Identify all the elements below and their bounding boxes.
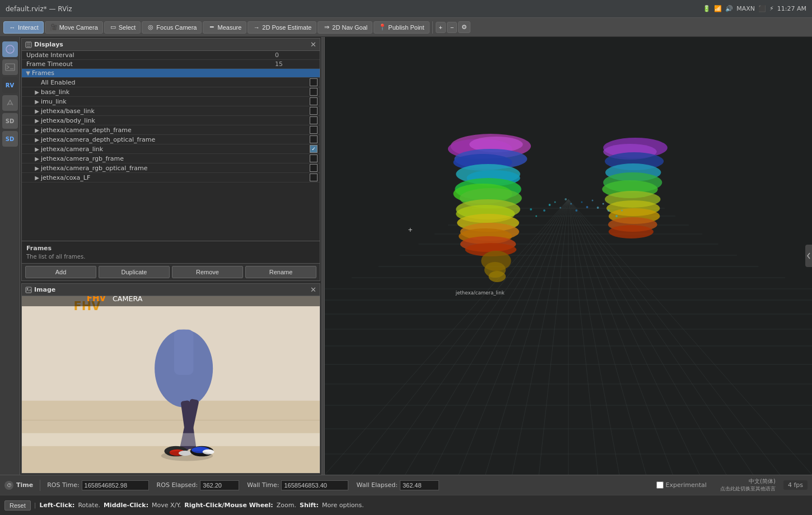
interact-icon: ↔ <box>8 24 16 31</box>
move-camera-button[interactable]: 🎥 Move Camera <box>45 21 103 34</box>
measure-button[interactable]: ━ Measure <box>203 21 246 34</box>
tree-row-imu-link[interactable]: ▶ imu_link <box>22 97 320 106</box>
experimental-checkbox[interactable] <box>656 481 664 489</box>
system-icons: 🔋 📶 🔊 MAXN ⬛ ⚡ 11:27 AM <box>703 5 806 12</box>
jethexa-body-toggle: ▶ <box>33 118 41 124</box>
cursor-pos: + <box>408 226 413 233</box>
svg-point-105 <box>597 207 599 209</box>
camera-rgb-checkbox[interactable] <box>310 154 318 162</box>
plus-button[interactable]: + <box>436 22 446 33</box>
jethexa-body-checkbox[interactable] <box>310 116 318 124</box>
minus-button[interactable]: − <box>447 22 457 33</box>
toolbar-separator <box>432 21 433 34</box>
svg-rect-21 <box>22 433 320 446</box>
publish-point-button[interactable]: 📍 Publish Point <box>374 21 429 34</box>
imu-link-checkbox[interactable] <box>310 97 318 105</box>
left-panel: Displays ✕ Update Interval 0 Frame Timeo… <box>20 37 321 475</box>
displays-panel: Displays ✕ Update Interval 0 Frame Timeo… <box>21 38 320 281</box>
add-button[interactable]: Add <box>25 266 96 278</box>
svg-rect-22 <box>22 296 320 306</box>
sidebar-icon-tools[interactable] <box>2 95 18 111</box>
window-title: default.rviz* — RViz <box>6 5 703 13</box>
focus-camera-button[interactable]: ◎ Focus Camera <box>142 21 202 34</box>
imu-link-toggle: ▶ <box>33 99 41 105</box>
camera-image: FHV <box>22 296 320 473</box>
image-panel-close[interactable]: ✕ <box>310 285 316 294</box>
svg-point-103 <box>586 206 589 208</box>
sidebar-icon-rviz[interactable] <box>2 41 18 57</box>
svg-point-107 <box>608 209 610 212</box>
prop-frame-timeout: Frame Timeout 15 <box>22 60 320 69</box>
tree-row-all-enabled[interactable]: All Enabled <box>22 78 320 87</box>
middle-click-desc: Move X/Y. <box>152 502 181 509</box>
time-section: ⏱ Time <box>4 481 33 490</box>
displays-panel-icon <box>25 41 32 48</box>
time-icon: ⏱ <box>4 481 13 490</box>
sidebar-icon-sd[interactable]: SD <box>2 113 18 129</box>
sidebar-icon-rviz2[interactable]: RV <box>2 77 18 93</box>
reset-button[interactable]: Reset <box>4 500 31 511</box>
viewport-background: jethexa/camera_link <box>325 37 812 475</box>
bluetooth-icon: ⬛ <box>758 5 766 12</box>
tree-row-base-link[interactable]: ▶ base_link <box>22 87 320 97</box>
ros-elapsed-field[interactable] <box>200 480 239 490</box>
wall-elapsed-field[interactable] <box>400 480 439 490</box>
tree-row-camera-rgb[interactable]: ▶ jethexa/camera_rgb_frame <box>22 154 320 163</box>
image-content: FHV <box>22 296 320 473</box>
tree-row-coxa-lf[interactable]: ▶ jethexa/coxa_LF <box>22 173 320 182</box>
image-panel: Image ✕ FHV <box>21 283 320 474</box>
settings-button[interactable]: ⚙ <box>458 21 470 33</box>
statusbar: ⏱ Time ROS Time: ROS Elapsed: Wall Time:… <box>0 475 812 495</box>
viewport-collapse-btn[interactable] <box>805 245 812 267</box>
svg-point-100 <box>570 203 572 205</box>
frames-row[interactable]: ▼ Frames <box>22 69 320 78</box>
base-link-checkbox[interactable] <box>310 88 318 96</box>
svg-point-109 <box>530 208 532 210</box>
ros-time-field[interactable] <box>82 480 149 490</box>
rename-button[interactable]: Rename <box>245 266 316 278</box>
svg-rect-1 <box>6 64 15 71</box>
toolbar: ↔ Interact 🎥 Move Camera ▭ Select ◎ Focu… <box>0 18 812 37</box>
duplicate-button[interactable]: Duplicate <box>99 266 170 278</box>
svg-point-4 <box>27 288 29 289</box>
camera-link-checkbox[interactable]: ✓ <box>310 145 318 153</box>
tree-row-jethexa-body[interactable]: ▶ jethexa/body_link <box>22 116 320 125</box>
wall-time-field[interactable] <box>281 480 348 490</box>
shift-desc: More options. <box>322 502 364 509</box>
svg-point-108 <box>535 216 537 217</box>
pose-estimate-button[interactable]: → 2D Pose Estimate <box>248 21 316 34</box>
svg-point-94 <box>609 225 654 238</box>
tree-row-jethexa-base[interactable]: ▶ jethexa/base_link <box>22 106 320 116</box>
nav-goal-button[interactable]: ⇒ 2D Nav Goal <box>318 21 372 34</box>
tree-row-camera-depth[interactable]: ▶ jethexa/camera_depth_frame <box>22 125 320 135</box>
3d-viewport[interactable]: jethexa/camera_link <box>325 37 812 475</box>
camera-rgb-optical-checkbox[interactable] <box>310 164 318 172</box>
bottombar: Reset | Left-Click: Rotate. Middle-Click… <box>0 495 812 515</box>
remove-button[interactable]: Remove <box>172 266 243 278</box>
camera-depth-optical-checkbox[interactable] <box>310 135 318 143</box>
camera-depth-checkbox[interactable] <box>310 126 318 134</box>
displays-panel-close[interactable]: ✕ <box>310 40 316 49</box>
interact-button[interactable]: ↔ Interact <box>3 21 44 34</box>
svg-point-97 <box>543 209 545 212</box>
tree-row-camera-depth-optical[interactable]: ▶ jethexa/camera_depth_optical_frame <box>22 135 320 144</box>
prop-update-interval: Update Interval 0 <box>22 51 320 60</box>
jethexa-base-checkbox[interactable] <box>310 107 318 115</box>
coxa-lf-toggle: ▶ <box>33 175 41 181</box>
sidebar-icon-terminal[interactable] <box>2 59 18 75</box>
tree-row-camera-rgb-optical[interactable]: ▶ jethexa/camera_rgb_optical_frame <box>22 163 320 173</box>
ros-elapsed-label: ROS Elapsed: <box>157 481 198 489</box>
nav-goal-icon: ⇒ <box>323 24 330 31</box>
measure-icon: ━ <box>208 24 216 31</box>
select-button[interactable]: ▭ Select <box>104 21 141 34</box>
svg-point-99 <box>564 198 567 200</box>
image-panel-icon <box>25 287 32 293</box>
left-click-label: Left-Click: <box>39 502 74 509</box>
camera-depth-optical-toggle: ▶ <box>33 137 41 143</box>
all-enabled-checkbox[interactable] <box>310 78 318 86</box>
coxa-lf-checkbox[interactable] <box>310 174 318 181</box>
wall-elapsed-label: Wall Elapsed: <box>356 481 397 489</box>
tree-row-camera-link[interactable]: ▶ jethexa/camera_link ✓ <box>22 144 320 154</box>
svg-point-98 <box>559 207 561 209</box>
sidebar-icon-sd2[interactable]: SD <box>2 131 18 147</box>
